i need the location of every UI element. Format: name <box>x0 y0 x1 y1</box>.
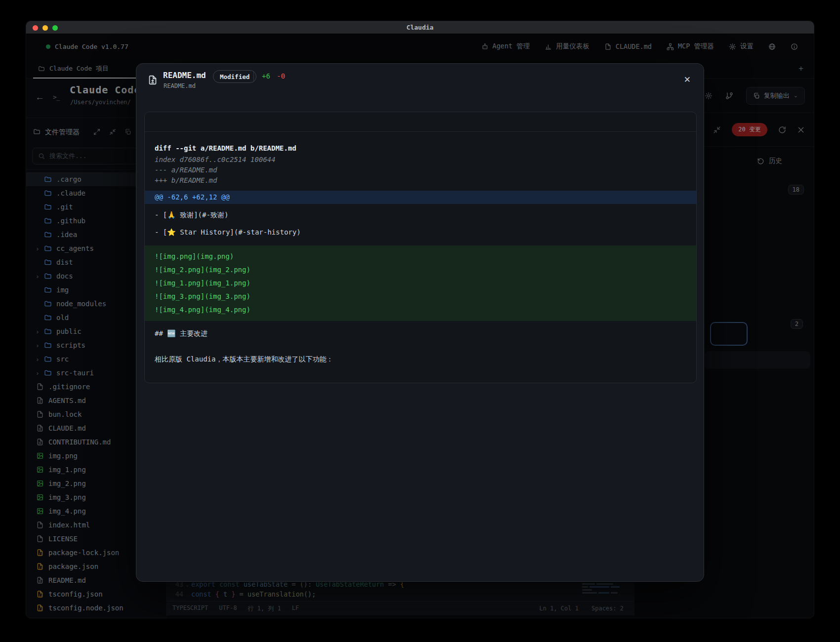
diff-added-line: ![img.png](img.png) <box>145 250 696 263</box>
diff-added-line: ![img_1.png](img_1.png) <box>145 277 696 290</box>
window-title: Claudia <box>26 24 814 31</box>
diff-modal: README.md README.md Modified +6 -0 ✕ dif… <box>136 63 704 582</box>
diff-added-line: ![img_3.png](img_3.png) <box>145 290 696 303</box>
diff-added-line: ![img_2.png](img_2.png) <box>145 263 696 277</box>
diff-content: diff --git a/README.md b/README.mdindex … <box>145 132 696 365</box>
diff-meta-line: +++ b/README.md <box>155 175 686 186</box>
diff-panel: diff --git a/README.md b/README.mdindex … <box>144 112 697 383</box>
diff-meta-line: index d76086f..c0c2514 100644 <box>155 155 686 165</box>
modal-title: README.md <box>163 71 206 80</box>
diff-hunk-header: @@ -62,6 +62,12 @@ <box>145 191 696 204</box>
diff-meta-line: --- a/README.md <box>155 165 686 175</box>
divider <box>253 71 254 82</box>
diff-context-line: - [🙏 致谢](#-致谢) <box>155 208 686 221</box>
macos-titlebar: Claudia <box>26 21 814 34</box>
diff-context-line: - [⭐ Star History](#-star-history) <box>155 226 686 239</box>
traffic-zoom-button[interactable] <box>52 25 58 31</box>
file-diff-icon <box>147 75 158 85</box>
traffic-close-button[interactable] <box>33 25 38 31</box>
diff-added-block: ![img.png](img.png)![img_2.png](img_2.pn… <box>145 245 696 321</box>
deletions-count: -0 <box>277 72 285 80</box>
diff-panel-toolbar <box>145 112 696 132</box>
diff-added-line: ![img_4.png](img_4.png) <box>145 303 696 317</box>
diff-context-line: ## 🆕 主要改进 <box>155 327 686 340</box>
screen: Claudia Claude Code v1.0.77 Agent 管理 用量仪… <box>0 0 840 642</box>
traffic-minimize-button[interactable] <box>42 25 48 31</box>
modified-badge: Modified <box>213 70 256 83</box>
close-icon[interactable]: ✕ <box>684 75 691 85</box>
diff-context-line: 相比原版 Claudia，本版本主要新增和改进了以下功能： <box>155 353 686 365</box>
modal-subtitle: README.md <box>164 82 196 89</box>
additions-count: +6 <box>262 72 270 80</box>
diff-header-line: diff --git a/README.md b/README.md <box>155 142 686 155</box>
